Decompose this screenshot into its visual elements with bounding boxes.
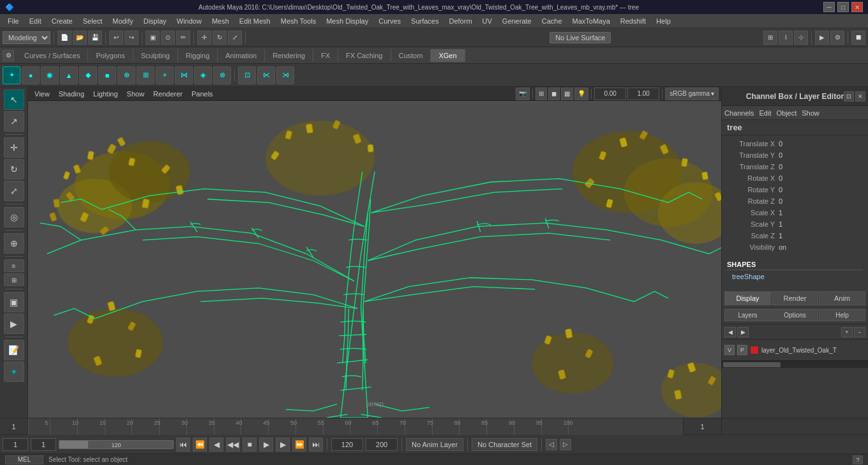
options-subtab[interactable]: Options — [772, 309, 818, 321]
tab-animation[interactable]: Animation — [218, 49, 265, 62]
snap-grid-button[interactable]: ⊞ — [763, 31, 777, 45]
help-button[interactable]: ? — [853, 455, 863, 464]
vp-smooth-button[interactable]: ◼ — [548, 88, 560, 100]
menu-item-redshift[interactable]: Redshift — [615, 16, 651, 26]
save-scene-button[interactable]: 💾 — [88, 31, 102, 45]
playback-range-field[interactable]: 200 — [366, 438, 398, 451]
menu-item-generate[interactable]: Generate — [497, 16, 537, 26]
menu-item-maxtomaya[interactable]: MaxToMaya — [567, 16, 615, 26]
xgen-icon-5[interactable]: ■ — [98, 66, 116, 84]
attr-value[interactable]: 0 — [779, 163, 865, 171]
scale-button[interactable]: ⤢ — [228, 31, 242, 45]
vp-menu-panels[interactable]: Panels — [188, 89, 217, 99]
menu-item-surfaces[interactable]: Surfaces — [406, 16, 444, 26]
panel-float-button[interactable]: ⊡ — [844, 91, 854, 102]
snap-curve-button[interactable]: ⌇ — [779, 31, 793, 45]
attr-value[interactable]: 0 — [779, 197, 865, 205]
help-subtab[interactable]: Help — [819, 309, 865, 321]
tab-curves-surfaces[interactable]: Curves / Surfaces — [17, 49, 88, 62]
menu-item-cache[interactable]: Cache — [537, 16, 567, 26]
attr-value[interactable]: 1 — [779, 232, 865, 240]
show-manip-tool[interactable]: ⊕ — [4, 233, 24, 254]
workspace-dropdown[interactable]: Modeling — [3, 31, 50, 44]
char-set-icon1[interactable]: ◁ — [546, 439, 557, 450]
remove-layer-button[interactable]: − — [854, 327, 865, 337]
render-settings-button[interactable]: ⚙ — [830, 31, 844, 45]
attr-value[interactable]: 0 — [779, 186, 865, 194]
start-time-field[interactable]: 1 — [3, 438, 28, 451]
script-tool[interactable]: 📝 — [4, 340, 24, 360]
attr-value[interactable]: on — [779, 243, 865, 251]
snap-button[interactable]: ≡ — [4, 259, 24, 272]
render-region-button[interactable]: ▣ — [4, 292, 24, 312]
tab-polygons[interactable]: Polygons — [88, 49, 133, 62]
menu-item-modify[interactable]: Modify — [107, 16, 138, 26]
xgen-icon-0[interactable]: ✦ — [3, 66, 20, 84]
panel-close-button[interactable]: ✕ — [855, 91, 865, 102]
tab-rigging[interactable]: Rigging — [178, 49, 218, 62]
menu-item-help[interactable]: Help — [651, 16, 676, 26]
xgen-icon-3[interactable]: ▲ — [60, 66, 78, 84]
xgen-icon-2[interactable]: ◉ — [41, 66, 59, 84]
move-tool[interactable]: ✛ — [4, 137, 24, 158]
snap-point-button[interactable]: ⊹ — [794, 31, 808, 45]
maximize-button[interactable]: □ — [837, 2, 849, 12]
add-layer-button[interactable]: + — [841, 327, 853, 337]
vp-menu-show[interactable]: Show — [123, 89, 149, 99]
xgen-icon-4[interactable]: ◆ — [79, 66, 97, 84]
focus-button[interactable]: ✦ — [4, 362, 24, 382]
menu-item-file[interactable]: File — [3, 16, 24, 26]
channels-menu[interactable]: Channels — [724, 109, 754, 117]
render-button[interactable]: ▶ — [815, 31, 829, 45]
anim-layer-box[interactable]: No Anim Layer — [406, 438, 463, 451]
display-tab[interactable]: Display — [724, 291, 771, 305]
attr-value[interactable]: 0 — [779, 151, 865, 159]
menu-item-window[interactable]: Window — [172, 16, 207, 26]
menu-item-mesh-tools[interactable]: Mesh Tools — [276, 16, 321, 26]
mel-button[interactable]: MEL — [5, 455, 43, 464]
anim-tab[interactable]: Anim — [819, 291, 865, 305]
vp-light-button[interactable]: 💡 — [574, 88, 588, 100]
tab-sculpting[interactable]: Sculpting — [133, 49, 178, 62]
char-set-box[interactable]: No Character Set — [472, 438, 537, 451]
menu-item-mesh-display[interactable]: Mesh Display — [321, 16, 373, 26]
xgen-icon-6[interactable]: ⊕ — [117, 66, 135, 84]
vp-camera-button[interactable]: 📷 — [516, 88, 530, 100]
vp-menu-shading[interactable]: Shading — [55, 89, 88, 99]
layer-name[interactable]: layer_Old_Twisted_Oak_T — [761, 347, 865, 354]
xgen-icon-10[interactable]: ◈ — [194, 66, 212, 84]
close-button[interactable]: ✕ — [851, 2, 863, 12]
range-slider[interactable]: 120 — [59, 440, 174, 449]
shapes-value[interactable]: treeShape — [727, 271, 863, 282]
show-menu[interactable]: Show — [802, 109, 819, 117]
xgen-icon-7[interactable]: ⊞ — [137, 66, 154, 84]
vp-menu-lighting[interactable]: Lighting — [89, 89, 122, 99]
menu-item-create[interactable]: Create — [47, 16, 78, 26]
quick-render-button[interactable]: ▶ — [4, 314, 24, 334]
render-tab[interactable]: Render — [772, 291, 818, 305]
layer-playback[interactable]: P — [737, 345, 747, 355]
xgen-icon-9[interactable]: ⋈ — [175, 66, 193, 84]
step-forward-button[interactable]: ⏩ — [292, 438, 306, 452]
menu-item-curves[interactable]: Curves — [373, 16, 406, 26]
vp-texture-button[interactable]: ▦ — [561, 88, 573, 100]
stop-button[interactable]: ■ — [243, 438, 257, 452]
hscroll-thumb[interactable] — [723, 362, 781, 367]
playback-end-field[interactable]: 120 — [331, 438, 363, 451]
tab-rendering[interactable]: Rendering — [265, 49, 313, 62]
jump-end-button[interactable]: ⏭ — [309, 438, 323, 452]
vp-menu-renderer[interactable]: Renderer — [149, 89, 186, 99]
menu-item-display[interactable]: Display — [138, 16, 172, 26]
tab-custom[interactable]: Custom — [391, 49, 431, 62]
soft-mod-tool[interactable]: ◎ — [4, 207, 24, 227]
step-back-button[interactable]: ⏪ — [193, 438, 207, 452]
attr-value[interactable]: 1 — [779, 209, 865, 217]
paint-button[interactable]: ✏ — [176, 31, 190, 45]
xgen-icon-13[interactable]: ⋉ — [257, 66, 275, 84]
rotate-button[interactable]: ↻ — [213, 31, 227, 45]
select-button[interactable]: ▣ — [146, 31, 160, 45]
vp-wireframe-button[interactable]: ⊞ — [535, 88, 547, 100]
tab-gear[interactable]: ⚙ — [3, 50, 14, 61]
prev-layer-button[interactable]: ◀ — [724, 327, 736, 337]
tab-fx-caching[interactable]: FX Caching — [338, 49, 391, 62]
